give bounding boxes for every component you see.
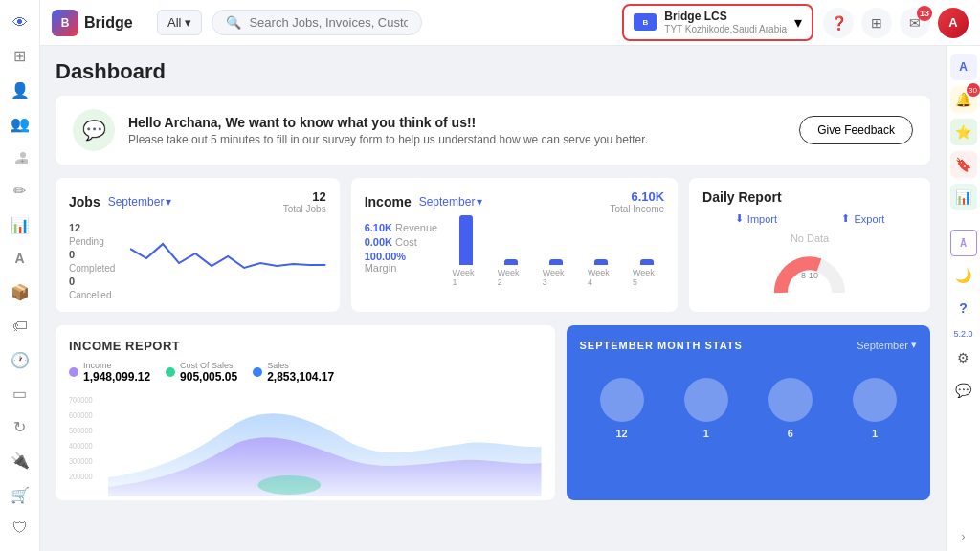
company-badge[interactable]: B Bridge LCS TYT Kozhikode,Saudi Arabia … [622,4,813,40]
legend-sales: Sales 2,853,104.17 [253,361,334,384]
search-bar[interactable]: 🔍 [212,10,421,35]
left-sidebar: 👁 ⊞ 👤 👥 + ✏ 📊 A 📦 🏷 🕐 ▭ ↻ 🔌 🛒 🛡 [0,0,40,551]
rp-moon-icon[interactable]: 🌙 [950,262,977,289]
svg-text:500000: 500000 [69,426,93,435]
daily-report-card: Daily Report ⬇ Import ⬆ Export No Data [689,178,930,312]
rp-star-icon[interactable]: ⭐ [950,119,977,145]
chevron-down-icon: ▾ [166,195,171,209]
company-name: Bridge LCS [664,10,787,23]
daily-actions: ⬇ Import ⬆ Export [702,212,917,225]
avatar[interactable]: A [938,8,969,38]
sidebar-item-add-user[interactable]: + [3,143,37,172]
right-panel: A 🔔 30 ⭐ 🔖 📊 Ā 🌙 ? 5.2.0 ⚙ 💬 › [946,46,980,551]
rp-version: 5.2.0 [953,329,972,339]
rp-message-icon[interactable]: 💬 [950,377,977,404]
legend-cost: Cost Of Sales 905,005.05 [166,361,237,384]
sidebar-item-shield[interactable]: 🛡 [3,514,37,543]
sidebar-item-chart[interactable]: 📊 [3,210,37,240]
sidebar-item-eye[interactable]: 👁 [3,8,37,37]
jobs-title: Jobs [69,194,100,209]
rp-font-icon[interactable]: Ā [950,230,977,256]
jobs-period[interactable]: September ▾ [108,195,172,209]
sidebar-item-doc[interactable]: ▭ [3,379,37,408]
no-data-label: No Data [702,232,917,244]
bottom-row: Income Report Income 1,948,099.12 [56,325,930,500]
apps-button[interactable]: ⊞ [861,8,892,38]
income-bar-chart: Week 1 Week 2 Week 3 Week 4 Week 5 [449,230,665,287]
notification-button[interactable]: ✉ 13 [900,8,930,38]
month-stats-title: September Month Stats [580,340,743,351]
svg-text:300000: 300000 [69,456,93,466]
jobs-total-label: Total Jobs [283,204,326,214]
import-button[interactable]: ⬇ Import [735,212,777,225]
income-period[interactable]: September ▾ [419,195,483,209]
ms-circle-1: 12 [600,378,644,439]
brand-logo: B [52,10,78,36]
brand: B Bridge [52,10,147,36]
stats-row: Jobs September ▾ 12 Total Jobs 12 [56,178,930,312]
svg-text:600000: 600000 [69,410,93,420]
feedback-icon: 💬 [73,109,115,151]
chevron-down-icon: ▾ [477,195,482,209]
sidebar-item-edit[interactable]: ✏ [3,176,37,206]
sidebar-item-user[interactable]: 👤 [3,76,37,105]
income-report-chart: 700000 600000 500000 400000 300000 20000… [69,391,542,487]
sidebar-item-plugin[interactable]: 🔌 [3,446,37,475]
svg-point-8 [257,475,321,495]
svg-text:700000: 700000 [69,395,93,405]
sidebar-item-text[interactable]: A [3,244,37,274]
income-report-card: Income Report Income 1,948,099.12 [56,325,555,500]
search-icon: 🔍 [226,15,241,30]
page-title: Dashboard [56,59,930,84]
rp-bookmark-icon[interactable]: 🔖 [950,151,977,178]
ms-circle-4: 1 [853,378,897,439]
svg-text:+: + [20,157,25,165]
jobs-line-chart [130,230,325,277]
feedback-title: Hello Archana, We want to know what you … [128,115,786,130]
company-logo-mini: B [634,13,657,31]
income-total: 6.10K [610,189,664,204]
help-button[interactable]: ❓ [823,8,854,38]
income-report-title: Income Report [69,339,542,353]
ms-circle-3: 6 [768,378,813,439]
all-dropdown[interactable]: All ▾ [157,10,202,35]
income-total-label: Total Income [610,204,664,214]
income-stats: 6.10K Revenue 0.00K Cost 100.00% Margin [365,222,439,276]
rp-notification-icon[interactable]: 🔔 30 [950,86,977,113]
company-sub: TYT Kozhikode,Saudi Arabia [664,24,787,35]
search-input[interactable] [249,15,407,30]
month-stats-period[interactable]: September ▾ [857,339,917,351]
chevron-down-icon: ▾ [911,339,917,351]
daily-report-title: Daily Report [702,189,781,205]
sidebar-item-refresh[interactable]: ↻ [3,412,37,442]
feedback-button[interactable]: Give Feedback [799,116,913,144]
jobs-stats: 12 Pending 0 Completed 0 Cancelled [69,222,115,300]
export-icon: ⬆ [841,212,850,225]
rp-expand-arrow[interactable]: › [962,530,966,543]
rp-text-icon[interactable]: A [950,54,977,80]
topnav: B Bridge All ▾ 🔍 B Bridge LCS TYT Kozhik… [40,0,980,46]
notification-badge: 13 [917,6,932,21]
donut-chart: 8-10 [702,250,917,298]
svg-text:400000: 400000 [69,441,93,451]
rp-badge: 30 [967,83,980,97]
feedback-banner: 💬 Hello Archana, We want to know what yo… [56,96,930,165]
import-icon: ⬇ [735,212,744,225]
sidebar-item-tag[interactable]: 🏷 [3,311,37,341]
sidebar-item-cart[interactable]: 🛒 [3,480,37,510]
sidebar-item-package[interactable]: 📦 [3,277,37,307]
export-button[interactable]: ⬆ Export [841,212,884,225]
chevron-down-icon: ▾ [185,15,191,30]
income-card: Income September ▾ 6.10K Total Income 6.… [351,178,678,312]
rp-settings-icon[interactable]: ⚙ [950,344,977,371]
jobs-total: 12 [283,189,326,204]
svg-text:200000: 200000 [69,472,93,481]
rp-chart-icon[interactable]: 📊 [950,184,977,210]
sidebar-item-clock[interactable]: 🕐 [3,345,37,375]
ms-circle-2: 1 [684,378,728,439]
sidebar-item-grid[interactable]: ⊞ [3,41,37,71]
rp-help-icon[interactable]: ? [950,295,977,321]
income-title: Income [365,194,412,209]
sidebar-item-users[interactable]: 👥 [3,109,37,139]
svg-text:8-10: 8-10 [801,271,818,280]
